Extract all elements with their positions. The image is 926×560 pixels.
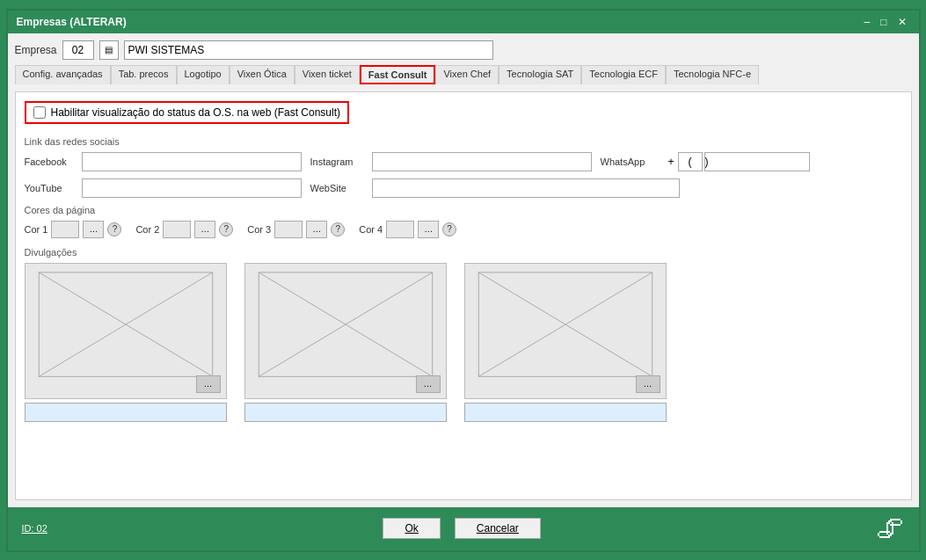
tab-vixenchef[interactable]: Vixen Chef	[435, 65, 499, 84]
tab-tecsat[interactable]: Tecnologia SAT	[499, 65, 581, 84]
divulgacoes-grid: … …	[25, 263, 902, 422]
cor1-group: Cor 1 … ?	[25, 221, 122, 238]
paperclip-icon: 🖇	[876, 513, 904, 545]
divulgacao-2-image: …	[244, 263, 447, 399]
cor2-label: Cor 2	[135, 224, 159, 235]
cor1-swatch	[51, 221, 79, 238]
footer-id[interactable]: ID: 02	[22, 523, 47, 534]
content-area: Habilitar visualização do status da O.S.…	[15, 91, 912, 500]
main-window: Empresas (ALTERAR) – □ ✕ Empresa ▤ Confi…	[6, 9, 921, 552]
cor4-label: Cor 4	[359, 224, 383, 235]
cor3-label: Cor 3	[247, 224, 271, 235]
divulgacao-1-title-input[interactable]	[25, 403, 227, 422]
cancel-button[interactable]: Cancelar	[455, 518, 541, 539]
divulgacoes-section: Divulgações …	[25, 247, 902, 422]
cor4-group: Cor 4 … ?	[359, 221, 456, 238]
cor1-label: Cor 1	[25, 224, 48, 235]
website-input[interactable]	[372, 178, 680, 198]
window-title: Empresas (ALTERAR)	[17, 16, 127, 28]
empresa-name-input[interactable]	[124, 40, 493, 60]
whatsapp-plus: +	[667, 156, 676, 168]
ok-button[interactable]: Ok	[383, 518, 440, 539]
divulgacao-2-browse-button[interactable]: …	[416, 375, 441, 393]
cor3-browse-button[interactable]: …	[306, 221, 327, 238]
cor4-swatch	[386, 221, 414, 238]
youtube-input[interactable]	[82, 178, 302, 198]
title-bar: Empresas (ALTERAR) – □ ✕	[8, 11, 919, 33]
tab-tecNFC[interactable]: Tecnologia NFC-e	[666, 65, 759, 84]
minimize-button[interactable]: –	[861, 16, 874, 28]
instagram-input[interactable]	[372, 152, 592, 171]
tab-config[interactable]: Config. avançadas	[15, 65, 111, 84]
cor3-group: Cor 3 … ?	[247, 221, 345, 238]
facebook-label: Facebook	[25, 156, 73, 167]
whatsapp-num-input[interactable]	[704, 152, 810, 171]
window-body: Empresa ▤ Config. avançadas Tab. precos …	[8, 33, 919, 507]
instagram-label: Instagram	[310, 156, 363, 167]
social-row-2: YouTube WebSite	[25, 178, 902, 198]
checkbox-row: Habilitar visualização do status da O.S.…	[25, 101, 349, 124]
cor3-help-button[interactable]: ?	[331, 222, 345, 236]
cor1-browse-button[interactable]: …	[83, 221, 104, 238]
cores-row: Cor 1 … ? Cor 2 … ? Cor 3 …	[25, 221, 902, 238]
facebook-input[interactable]	[82, 152, 302, 171]
divulgacao-1-browse-button[interactable]: …	[196, 375, 221, 393]
tab-vixenotica[interactable]: Vixen Ótica	[230, 65, 295, 84]
empresa-nav-button[interactable]: ▤	[99, 40, 119, 60]
divulgacoes-label: Divulgações	[25, 247, 902, 258]
social-section-label: Link das redes sociais	[25, 136, 902, 147]
window-controls: – □ ✕	[861, 16, 910, 28]
whatsapp-group: +	[667, 152, 810, 171]
cor2-help-button[interactable]: ?	[219, 222, 233, 236]
divulgacao-1-image: …	[25, 263, 227, 399]
empresa-row: Empresa ▤	[15, 40, 912, 60]
social-row-1: Facebook Instagram WhatsApp +	[25, 152, 902, 171]
empresa-label: Empresa	[15, 44, 57, 56]
divulgacao-3: …	[464, 263, 667, 422]
tab-tecECF[interactable]: Tecnologia ECF	[581, 65, 666, 84]
cor3-swatch	[274, 221, 303, 238]
cor2-browse-button[interactable]: …	[194, 221, 215, 238]
footer: ID: 02 Ok Cancelar 🖇	[8, 507, 919, 550]
habilitar-checkbox[interactable]	[33, 106, 46, 119]
divulgacao-3-browse-button[interactable]: …	[636, 375, 660, 393]
habilitar-label: Habilitar visualização do status da O.S.…	[51, 106, 340, 119]
tab-vixenticket[interactable]: Vixen ticket	[295, 65, 360, 84]
maximize-button[interactable]: □	[877, 16, 890, 28]
tab-fastconsult[interactable]: Fast Consult	[360, 65, 436, 84]
cor2-swatch	[163, 221, 191, 238]
youtube-label: YouTube	[25, 183, 73, 193]
divulgacao-2-title-input[interactable]	[244, 403, 447, 422]
tabs-row: Config. avançadas Tab. precos Logotipo V…	[15, 65, 912, 84]
cor1-help-button[interactable]: ?	[107, 222, 121, 236]
cor4-browse-button[interactable]: …	[418, 221, 439, 238]
tab-logotipo[interactable]: Logotipo	[177, 65, 230, 84]
divulgacao-3-image: …	[464, 263, 667, 399]
cor2-group: Cor 2 … ?	[135, 221, 233, 238]
tab-tabprecos[interactable]: Tab. precos	[111, 65, 177, 84]
divulgacao-2: …	[244, 263, 447, 422]
empresa-code-input[interactable]	[62, 40, 94, 60]
whatsapp-ddd-input[interactable]	[678, 152, 703, 171]
website-label: WebSite	[310, 183, 363, 193]
cores-section-label: Cores da página	[25, 205, 902, 215]
divulgacao-1: …	[25, 263, 227, 422]
divulgacao-3-title-input[interactable]	[464, 403, 667, 422]
footer-buttons: Ok Cancelar	[383, 518, 540, 539]
cor4-help-button[interactable]: ?	[442, 222, 456, 236]
cores-section: Cores da página Cor 1 … ? Cor 2 … ?	[25, 205, 902, 238]
close-button[interactable]: ✕	[894, 16, 910, 28]
whatsapp-label: WhatsApp	[601, 156, 658, 167]
